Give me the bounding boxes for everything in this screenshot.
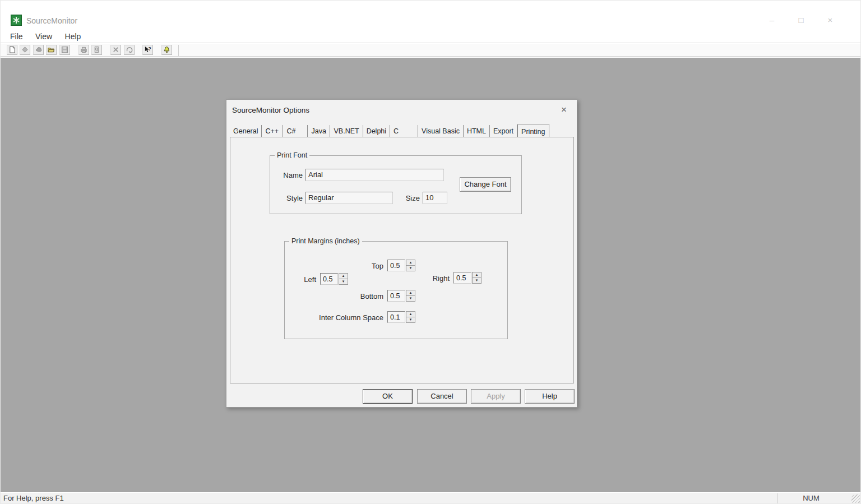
- tab-java[interactable]: Java: [308, 125, 330, 137]
- font-style-label: Style: [270, 194, 303, 202]
- margin-bottom-label: Bottom: [346, 292, 383, 300]
- delete-x-icon: [112, 46, 119, 53]
- tab-vbnet[interactable]: VB.NET: [330, 125, 363, 137]
- spin-up-button[interactable]: ▲: [406, 290, 415, 296]
- ok-button[interactable]: OK: [363, 389, 413, 404]
- tab-cpp[interactable]: C++: [262, 125, 283, 137]
- open-folder-button[interactable]: [46, 45, 57, 55]
- menu-file[interactable]: File: [5, 31, 28, 41]
- new-document-button[interactable]: [7, 45, 17, 55]
- inter-column-space-label: Inter Column Space: [305, 313, 383, 322]
- font-size-field[interactable]: 10: [423, 192, 447, 204]
- spin-down-button[interactable]: ▼: [406, 266, 415, 271]
- context-help-button[interactable]: ?: [142, 45, 153, 55]
- save-button: [59, 45, 70, 55]
- diamond-shape-button: [20, 45, 30, 55]
- menu-view[interactable]: View: [30, 31, 57, 41]
- status-bar: For Help, press F1 NUM: [1, 492, 860, 503]
- tab-visual-basic[interactable]: Visual Basic: [418, 125, 464, 137]
- toolbar-separator: [178, 45, 179, 56]
- apply-button: Apply: [471, 389, 521, 404]
- font-size-label: Size: [401, 194, 420, 202]
- tab-html[interactable]: HTML: [464, 125, 490, 137]
- inter-column-space-spinner: 0.1 ▲ ▼: [387, 311, 415, 323]
- save-disk-icon: [61, 46, 68, 53]
- margin-right-value[interactable]: 0.5: [453, 272, 471, 284]
- redo-arrow-icon: [126, 46, 133, 53]
- margin-left-label: Left: [285, 275, 316, 284]
- margin-left-spinner: 0.5 ▲ ▼: [320, 273, 348, 285]
- tab-delphi[interactable]: Delphi: [363, 125, 390, 137]
- menu-help[interactable]: Help: [60, 31, 86, 41]
- dialog-title: SourceMonitor Options: [232, 106, 309, 114]
- maximize-button[interactable]: □: [786, 14, 816, 26]
- margin-bottom-spinner: 0.5 ▲ ▼: [387, 290, 415, 302]
- margin-top-label: Top: [362, 262, 383, 270]
- chart-blob-icon: [35, 46, 42, 53]
- window-title: SourceMonitor: [26, 16, 77, 25]
- status-help-text: For Help, press F1: [3, 494, 64, 502]
- redo-button: [124, 45, 135, 55]
- svg-text:?: ?: [149, 46, 151, 52]
- spin-up-button[interactable]: ▲: [339, 273, 348, 279]
- print-margins-legend: Print Margins (inches): [289, 237, 362, 245]
- font-style-field[interactable]: Regular: [305, 192, 393, 204]
- printer-icon: [80, 46, 87, 53]
- tab-csharp[interactable]: C#: [283, 125, 308, 137]
- open-folder-icon: [48, 46, 55, 53]
- app-logo-icon: [11, 15, 22, 26]
- font-name-field[interactable]: Arial: [305, 169, 444, 181]
- print-margins-group: Print Margins (inches) Top 0.5 ▲ ▼ Left …: [284, 241, 508, 339]
- help-button[interactable]: Help: [525, 389, 575, 404]
- inter-column-space-value[interactable]: 0.1: [387, 311, 405, 323]
- preview-page-icon: [93, 46, 100, 53]
- print-preview-button: [91, 45, 102, 55]
- resize-grip[interactable]: [851, 494, 860, 503]
- tab-c[interactable]: C: [390, 125, 418, 137]
- options-tab-strip: General C++ C# Java VB.NET Delphi C Visu…: [230, 125, 549, 137]
- margin-top-spinner: 0.5 ▲ ▼: [387, 260, 415, 271]
- alarm-bell-icon: [163, 46, 170, 53]
- spin-down-button[interactable]: ▼: [406, 317, 415, 323]
- new-document-icon: [8, 46, 16, 53]
- spin-up-button[interactable]: ▲: [472, 272, 482, 278]
- close-button[interactable]: ×: [816, 14, 845, 26]
- tab-printing[interactable]: Printing: [517, 124, 549, 137]
- tab-export[interactable]: Export: [490, 125, 517, 137]
- chart-blob-button: [33, 45, 44, 55]
- help-pointer-icon: ?: [144, 46, 151, 53]
- toolbar: ?: [1, 44, 860, 57]
- spin-down-button[interactable]: ▼: [406, 296, 415, 302]
- printing-tab-page: Print Font Name Arial Style Regular Size…: [230, 137, 574, 383]
- num-lock-indicator: NUM: [777, 494, 845, 502]
- application-window: SourceMonitor – □ × File View Help: [0, 0, 861, 504]
- margin-right-label: Right: [419, 274, 450, 283]
- options-dialog: SourceMonitor Options × General C++ C# J…: [226, 99, 577, 408]
- print-font-group: Print Font Name Arial Style Regular Size…: [270, 155, 522, 214]
- margin-bottom-value[interactable]: 0.5: [387, 290, 405, 302]
- window-controls: – □ ×: [757, 14, 845, 26]
- tab-general[interactable]: General: [230, 125, 262, 137]
- margin-right-spinner: 0.5 ▲ ▼: [453, 272, 482, 284]
- print-button: [78, 45, 89, 55]
- dialog-close-icon[interactable]: ×: [558, 104, 570, 116]
- alarm-bell-button[interactable]: [161, 45, 172, 55]
- minimize-button[interactable]: –: [757, 14, 786, 26]
- delete-button: [110, 45, 121, 55]
- change-font-button[interactable]: Change Font: [460, 177, 511, 192]
- margin-top-value[interactable]: 0.5: [387, 260, 405, 271]
- menu-bar: File View Help: [1, 31, 860, 43]
- title-bar: SourceMonitor – □ ×: [1, 1, 860, 31]
- diamond-icon: [21, 46, 29, 53]
- spin-up-button[interactable]: ▲: [406, 260, 415, 266]
- margin-left-value[interactable]: 0.5: [320, 273, 338, 285]
- spin-down-button[interactable]: ▼: [339, 279, 348, 285]
- font-name-label: Name: [270, 171, 303, 179]
- print-font-legend: Print Font: [275, 151, 309, 159]
- cancel-button[interactable]: Cancel: [417, 389, 467, 404]
- spin-up-button[interactable]: ▲: [406, 311, 415, 317]
- spin-down-button[interactable]: ▼: [472, 278, 482, 284]
